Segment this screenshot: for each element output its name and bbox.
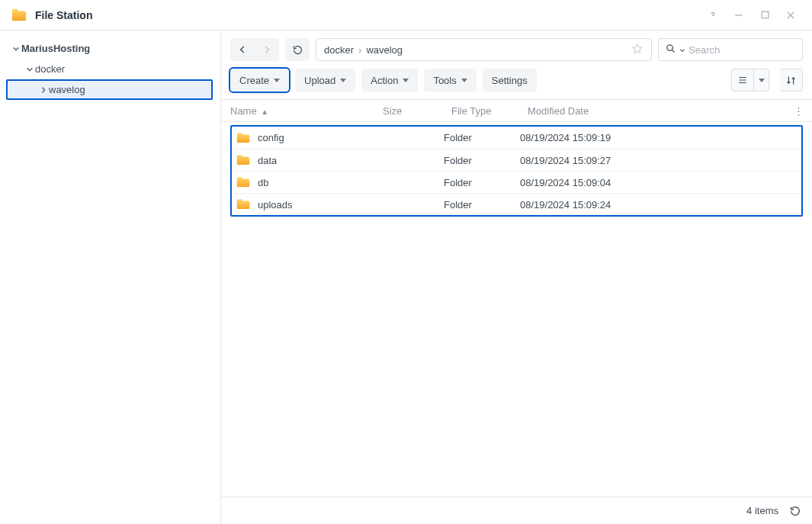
- table-header: Name ▲ Size File Type Modified Date ⋮: [221, 99, 812, 122]
- nav-back-button[interactable]: [230, 38, 255, 61]
- tools-button[interactable]: Tools: [424, 69, 476, 92]
- file-name: uploads: [258, 199, 293, 211]
- caret-down-icon: [403, 79, 409, 82]
- minimize-icon[interactable]: [728, 5, 749, 26]
- col-modified[interactable]: Modified Date: [528, 105, 789, 117]
- file-modified: 08/19/2024 15:09:27: [520, 155, 801, 166]
- upload-button[interactable]: Upload: [295, 69, 355, 92]
- maximize-icon[interactable]: [754, 5, 775, 26]
- titlebar: File Station: [0, 0, 812, 31]
- view-list-button[interactable]: [731, 69, 754, 92]
- breadcrumb[interactable]: docker › wavelog: [316, 38, 652, 61]
- close-icon[interactable]: [780, 5, 801, 26]
- table-row[interactable]: uploads Folder 08/19/2024 15:09:24: [232, 193, 801, 215]
- tools-button-label: Tools: [433, 75, 456, 86]
- col-name-label: Name: [230, 105, 257, 117]
- settings-button[interactable]: Settings: [483, 69, 537, 92]
- svg-point-1: [667, 45, 673, 51]
- caret-down-icon: [24, 64, 35, 75]
- file-table: Name ▲ Size File Type Modified Date ⋮ co…: [221, 99, 812, 497]
- tree-root-label: MariusHosting: [21, 43, 90, 54]
- tree-root[interactable]: MariusHosting: [0, 38, 220, 59]
- caret-down-icon: [340, 79, 346, 82]
- toolbar-nav: docker › wavelog: [221, 31, 812, 66]
- view-dropdown-button[interactable]: [754, 69, 769, 92]
- search-input[interactable]: [688, 44, 812, 56]
- create-button[interactable]: Create: [230, 69, 289, 92]
- folder-icon: [236, 132, 250, 144]
- create-button-label: Create: [239, 75, 269, 86]
- crumb-docker[interactable]: docker: [324, 44, 354, 56]
- action-button-label: Action: [371, 75, 398, 86]
- table-row[interactable]: data Folder 08/19/2024 15:09:27: [232, 149, 801, 171]
- file-type: Folder: [444, 199, 520, 211]
- search-icon: [665, 43, 676, 56]
- file-modified: 08/19/2024 15:09:19: [520, 132, 801, 143]
- window-title: File Station: [35, 9, 698, 21]
- folder-icon: [236, 176, 250, 188]
- folder-icon: [236, 154, 250, 166]
- caret-right-icon: [38, 85, 49, 95]
- main-panel: docker › wavelog Create: [221, 31, 812, 524]
- sort-asc-icon: ▲: [261, 108, 268, 116]
- col-name[interactable]: Name ▲: [230, 105, 383, 117]
- sort-button[interactable]: [780, 69, 803, 92]
- sidebar: MariusHosting docker wavelog: [0, 31, 221, 524]
- upload-button-label: Upload: [304, 75, 335, 86]
- caret-down-icon: [11, 43, 21, 54]
- svg-rect-0: [762, 11, 769, 18]
- file-type: Folder: [444, 132, 520, 143]
- file-type: Folder: [444, 177, 520, 188]
- app-folder-icon: [11, 7, 27, 24]
- caret-down-icon: [461, 79, 467, 82]
- chevron-right-icon: ›: [358, 44, 361, 56]
- tree-item-label: wavelog: [49, 84, 85, 95]
- tree-item-wavelog[interactable]: wavelog: [6, 79, 213, 100]
- file-modified: 08/19/2024 15:09:04: [520, 177, 801, 188]
- help-icon[interactable]: [702, 5, 724, 26]
- file-name: db: [258, 177, 268, 188]
- file-name: data: [258, 155, 277, 166]
- file-type: Folder: [444, 155, 520, 166]
- toolbar-actions: Create Upload Action Tools Settings: [221, 66, 812, 99]
- nav-forward-button[interactable]: [255, 38, 279, 61]
- caret-down-icon[interactable]: [679, 44, 685, 56]
- action-button[interactable]: Action: [361, 69, 418, 92]
- caret-down-icon: [759, 79, 765, 82]
- status-refresh-button[interactable]: [789, 505, 801, 517]
- rows-highlight-box: config Folder 08/19/2024 15:09:19 data F…: [230, 125, 803, 217]
- statusbar: 4 items: [221, 497, 812, 524]
- folder-icon: [236, 198, 250, 211]
- col-filetype[interactable]: File Type: [451, 105, 528, 117]
- settings-button-label: Settings: [492, 75, 528, 86]
- crumb-wavelog[interactable]: wavelog: [366, 44, 403, 56]
- caret-down-icon: [274, 79, 280, 82]
- col-size[interactable]: Size: [383, 105, 451, 117]
- star-icon[interactable]: [631, 43, 644, 57]
- tree-item-label: docker: [35, 63, 65, 75]
- refresh-button[interactable]: [285, 38, 310, 61]
- item-count: 4 items: [746, 505, 778, 516]
- table-row[interactable]: config Folder 08/19/2024 15:09:19: [232, 127, 801, 149]
- table-row[interactable]: db Folder 08/19/2024 15:09:04: [232, 171, 801, 193]
- tree-item-docker[interactable]: docker: [0, 59, 220, 79]
- search-box[interactable]: [658, 38, 803, 61]
- file-modified: 08/19/2024 15:09:24: [520, 199, 801, 211]
- file-name: config: [258, 132, 284, 143]
- columns-more-icon[interactable]: ⋮: [789, 105, 812, 117]
